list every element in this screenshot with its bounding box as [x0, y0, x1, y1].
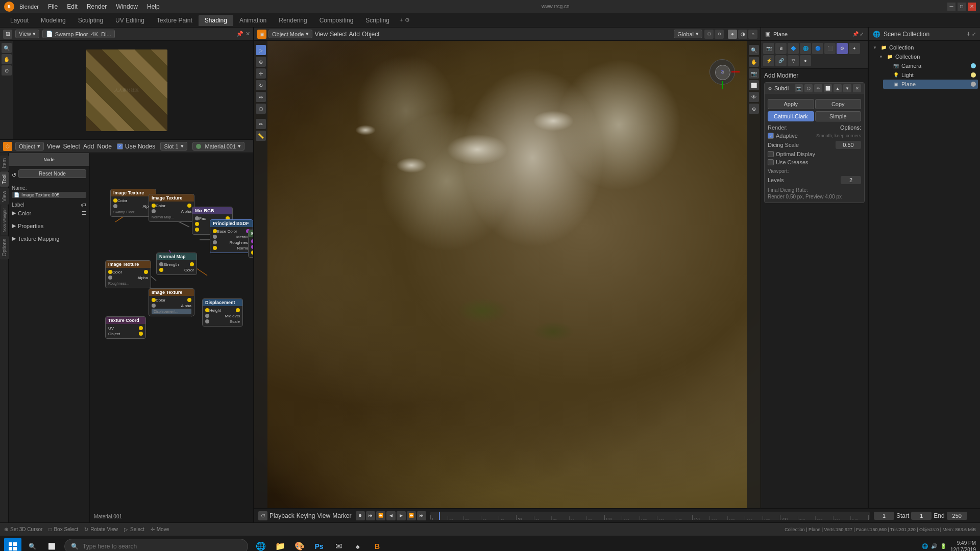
expand-properties-icon[interactable]: ⤢ — [860, 31, 864, 37]
optimal-display-checkbox[interactable] — [768, 151, 774, 157]
minimize-button[interactable]: ─ — [947, 3, 955, 11]
scale-tool[interactable]: ⇔ — [256, 92, 266, 102]
start-frame-input[interactable] — [911, 512, 932, 520]
image-name-dropdown[interactable]: 📄 Swamp Floor_4K_Di... — [42, 30, 115, 38]
particle-props-icon[interactable]: ✦ — [849, 43, 860, 54]
object-mode-viewport-dropdown[interactable]: Object Mode ▾ — [268, 30, 312, 38]
world-props-icon[interactable]: 🔵 — [812, 43, 823, 54]
jump-end-button[interactable]: ⏭ — [417, 511, 426, 520]
material-props-icon[interactable]: ● — [800, 55, 811, 66]
jump-start-button[interactable]: ⏮ — [366, 511, 375, 520]
catmull-clark-button[interactable]: Catmull-Clark — [768, 111, 814, 121]
hide-overlays-icon[interactable]: 👁 — [749, 92, 759, 102]
close-button[interactable]: ✕ — [968, 3, 976, 11]
tab-uv-editing[interactable]: UV Editing — [109, 15, 151, 26]
viewport-shading-render[interactable]: ○ — [748, 30, 757, 39]
viewport-view-menu[interactable]: View — [314, 31, 328, 38]
adaptive-checkbox[interactable]: ✓ — [768, 133, 774, 139]
record-button[interactable]: ⏺ — [356, 511, 365, 520]
measure-tool[interactable]: 📏 — [256, 131, 266, 141]
tab-scripting[interactable]: Scripting — [359, 15, 396, 26]
zoom-icon[interactable]: 🔍 — [2, 43, 12, 53]
tab-shading[interactable]: Shading — [199, 15, 233, 26]
proportional-edit-icon[interactable]: ⊙ — [715, 30, 724, 39]
node-material-output[interactable]: Material Output Surface Volume Displace — [248, 230, 253, 258]
cursor-tool[interactable]: ⊕ — [256, 57, 266, 67]
move-tool[interactable]: ✛ — [256, 68, 266, 79]
slot-dropdown[interactable]: Slot 1 ▾ — [160, 142, 187, 151]
apply-button[interactable]: Apply — [768, 99, 814, 109]
taskbar-search-box[interactable]: 🔍 — [64, 539, 248, 552]
tab-animation[interactable]: Animation — [233, 15, 273, 26]
menu-file[interactable]: File — [44, 2, 62, 11]
scene-collection-sub[interactable]: ▼ 📁 Collection — [877, 52, 978, 61]
scene-filter-icon[interactable]: ⬇ — [966, 31, 970, 37]
node-add-menu[interactable]: Add — [83, 143, 94, 150]
node-canvas[interactable]: Image Texture Color Alpha Swamp Floor...… — [90, 153, 253, 522]
step-forward-button[interactable]: ⏩ — [407, 511, 416, 520]
modifier-cage-icon[interactable]: ⬜ — [824, 84, 832, 92]
scene-props-icon[interactable]: 🌐 — [800, 43, 811, 54]
pin-image-icon[interactable]: 📌 — [236, 31, 243, 37]
time-display[interactable]: 9:49 PM 12/17/2019 — [950, 540, 976, 552]
tab-sculpting[interactable]: Sculpting — [72, 15, 109, 26]
task-view-icon[interactable]: ⬜ — [43, 538, 60, 552]
node-image-texture-2[interactable]: Image Texture Color Alpha Normal Map... — [149, 194, 194, 222]
levels-input[interactable] — [841, 176, 861, 184]
timeline-bar[interactable]: 1 10 20 30 40 50 60 70 80 90 100 110 120… — [430, 512, 870, 520]
windows-start-button[interactable] — [4, 538, 21, 552]
node-principled-bsdf[interactable]: Principled BSDF Base Color Metallic Roug… — [210, 219, 253, 253]
material-dropdown[interactable]: Material.001 ▾ — [192, 142, 245, 151]
properties-section-header[interactable]: ▶ Properties — [12, 221, 86, 230]
playback-menu[interactable]: Playback — [270, 512, 295, 519]
use-creases-checkbox[interactable] — [768, 159, 774, 165]
modifier-delete-icon[interactable]: ✕ — [853, 84, 861, 92]
copy-button[interactable]: Copy — [815, 99, 862, 109]
tab-modeling[interactable]: Modeling — [35, 15, 72, 26]
rotate-status[interactable]: ↻ Rotate View — [84, 527, 118, 532]
viewport-transform-dropdown[interactable]: Global ▾ — [674, 30, 702, 38]
node-wrangler-tab[interactable]: Node Wrangler — [1, 205, 8, 235]
transform-tool[interactable]: ⬡ — [256, 104, 266, 114]
select-status[interactable]: ▷ Select — [124, 527, 144, 532]
modifier-down-icon[interactable]: ▼ — [843, 84, 851, 92]
use-nodes-checkbox[interactable]: ✓ — [117, 143, 123, 149]
keying-menu[interactable]: Keying — [297, 512, 315, 519]
move-status[interactable]: ✛ Move — [151, 527, 169, 532]
cursor-status[interactable]: ⊕ Set 3D Cursor — [4, 527, 42, 532]
view-layer-props-icon[interactable]: 🔷 — [788, 43, 799, 54]
file-explorer-icon[interactable]: 📁 — [272, 538, 289, 552]
viewport-select-menu[interactable]: Select — [330, 31, 347, 38]
photoshop-icon[interactable]: Ps — [310, 538, 328, 552]
node-props-item-tab[interactable]: Item — [0, 155, 9, 171]
scene-camera-item[interactable]: 📷 Camera — [883, 61, 978, 70]
view-perspective-icon[interactable]: ⬜ — [749, 80, 759, 90]
edge-icon[interactable]: 🌐 — [252, 538, 270, 552]
search-taskbar-icon[interactable]: 🔍 — [23, 538, 41, 552]
physics-props-icon[interactable]: ⚡ — [763, 55, 774, 66]
output-props-icon[interactable]: 🖥 — [775, 43, 787, 54]
view-gizmo-icon[interactable]: ⊕ — [749, 104, 759, 114]
tab-texture-paint[interactable]: Texture Paint — [151, 15, 199, 26]
modifier-editmode-icon[interactable]: ✏ — [814, 84, 822, 92]
node-options-tab[interactable]: Options — [0, 236, 9, 259]
play-button[interactable]: ▶ — [397, 511, 406, 520]
epic-games-icon[interactable]: ♠ — [349, 538, 366, 552]
modifier-props-icon[interactable]: ⚙ — [837, 43, 848, 54]
menu-window[interactable]: Window — [112, 2, 142, 11]
close-image-icon[interactable]: ✕ — [246, 31, 250, 37]
node-texture-coord[interactable]: Texture Coord UV Object — [105, 316, 146, 339]
zoom-fit-icon[interactable]: ⊙ — [2, 65, 12, 76]
camera-view-icon[interactable]: 📷 — [749, 68, 759, 79]
blender-taskbar-icon[interactable]: B — [369, 538, 386, 552]
rotate-tool[interactable]: ↻ — [256, 80, 266, 90]
node-view-menu[interactable]: View — [47, 143, 60, 150]
tab-rendering[interactable]: Rendering — [273, 15, 313, 26]
snap-icon[interactable]: ⊡ — [704, 30, 714, 39]
timeline-view-menu[interactable]: View — [317, 512, 330, 519]
object-props-icon[interactable]: ⬛ — [824, 43, 836, 54]
node-normal-map[interactable]: Normal Map Strength Color — [156, 253, 197, 275]
object-data-props-icon[interactable]: ▽ — [788, 55, 799, 66]
select-tool[interactable]: ▷ — [256, 45, 266, 55]
name-value-field[interactable]: 📄 Image Texture.005 — [12, 192, 86, 198]
